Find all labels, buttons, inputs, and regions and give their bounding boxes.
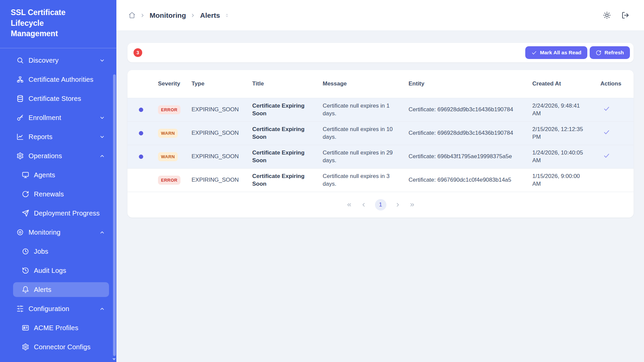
severity-badge: WARN [158, 152, 178, 161]
chart-icon [16, 133, 24, 140]
actions-cell [595, 125, 634, 141]
sidebar-item-deployment-progress[interactable]: Deployment Progress [13, 206, 109, 221]
sidebar-scroll-down-arrow[interactable] [112, 358, 116, 360]
severity-badge: ERROR [158, 105, 180, 114]
table-row[interactable]: ERROR EXPIRING_SOON Certificate Expiring… [127, 169, 634, 192]
sidebar-item-certificate-authorities[interactable]: Certificate Authorities [13, 72, 109, 87]
breadcrumb-separator-icon [190, 13, 196, 18]
sidebar-item-email-settings[interactable]: Email Settings [13, 359, 109, 362]
mark-read-check-icon[interactable] [603, 105, 610, 112]
header-title: Title [247, 77, 317, 91]
refresh-button[interactable]: Refresh [590, 46, 630, 59]
sidebar-item-agents[interactable]: Agents [13, 168, 109, 182]
unread-cell [127, 104, 153, 115]
message-cell: Certificate null expires in 1 days. [317, 99, 403, 121]
breadcrumb-alerts[interactable]: Alerts [200, 11, 220, 19]
title-cell: Certificate Expiring Soon [247, 122, 317, 144]
mark-all-read-button[interactable]: Mark All as Read [525, 46, 587, 59]
type-cell: EXPIRING_SOON [186, 103, 247, 117]
sidebar-item-enrollment[interactable]: Enrollment [13, 110, 109, 125]
sidebar-item-discovery[interactable]: Discovery [13, 53, 109, 68]
page-select-icon[interactable] [225, 12, 229, 19]
sidebar-item-label: Deployment Progress [34, 209, 100, 217]
idcard-icon [22, 324, 29, 331]
header-created-at: Created At [527, 77, 595, 91]
sidebar-item-alerts[interactable]: Alerts [13, 282, 109, 297]
severity-cell: ERROR [153, 102, 186, 118]
table-row[interactable]: WARN EXPIRING_SOON Certificate Expiring … [127, 122, 634, 145]
scan-icon [16, 229, 24, 236]
pagination-last-icon[interactable] [409, 202, 415, 208]
entity-cell: Certificate: 6967690dc1c0f4e9083b14a5 [403, 173, 527, 187]
sun-icon[interactable] [603, 11, 611, 19]
sidebar-item-connector-configs[interactable]: Connector Configs [13, 340, 109, 354]
home-icon[interactable] [128, 12, 136, 19]
sidebar-item-audit-logs[interactable]: Audit Logs [13, 263, 109, 278]
pagination-first-icon[interactable] [346, 202, 352, 208]
alerts-table: Severity Type Title Message Entity Creat… [127, 70, 634, 218]
breadcrumb-monitoring[interactable]: Monitoring [150, 11, 186, 19]
header-message: Message [317, 77, 403, 91]
severity-badge: WARN [158, 129, 178, 138]
sidebar-scrollbar-thumb[interactable] [113, 74, 116, 356]
created-at-cell: 1/15/2026, 9:00:00 AM [527, 169, 595, 191]
sidebar-item-label: Enrollment [29, 114, 61, 122]
header-type: Type [186, 77, 247, 91]
severity-cell: WARN [153, 149, 186, 165]
sliders-icon [16, 305, 24, 312]
refresh-label: Refresh [604, 50, 624, 56]
sidebar-item-configuration[interactable]: Configuration [13, 301, 109, 316]
table-header-row: Severity Type Title Message Entity Creat… [127, 70, 634, 98]
chevron-up-icon [99, 230, 105, 235]
table-row[interactable]: WARN EXPIRING_SOON Certificate Expiring … [127, 145, 634, 169]
entity-cell: Certificate: 696928dd9b3c16436b190784 [403, 103, 527, 117]
sidebar-item-renewals[interactable]: Renewals [13, 187, 109, 201]
bell-icon [22, 286, 29, 293]
sidebar-item-reports[interactable]: Reports [13, 129, 109, 144]
gear-icon [22, 343, 29, 351]
logout-icon[interactable] [622, 11, 629, 19]
send-icon [22, 209, 29, 217]
chevron-up-icon [99, 306, 105, 312]
created-at-cell: 1/24/2026, 10:40:05 AM [527, 146, 595, 168]
topbar: Monitoring Alerts [116, 0, 644, 31]
chevron-down-icon [99, 115, 105, 121]
entity-cell: Certificate: 696b43f1795ae19998375a5e [403, 149, 527, 164]
toolbar-buttons: Mark All as Read Refresh [525, 46, 630, 59]
sidebar: SSL Certificate Lifecycle Management Dis… [0, 0, 116, 362]
sidebar-item-label: Operations [29, 152, 62, 160]
mark-read-check-icon[interactable] [603, 129, 610, 136]
sidebar-item-jobs[interactable]: Jobs [13, 244, 109, 259]
main-area: Monitoring Alerts 3 Mark All as Read [116, 0, 644, 362]
sidebar-item-label: Configuration [29, 305, 69, 313]
title-cell: Certificate Expiring Soon [247, 146, 317, 168]
pagination-current-page[interactable]: 1 [375, 199, 386, 210]
sitemap-icon [16, 76, 24, 83]
sidebar-item-label: Reports [29, 133, 52, 141]
title-cell: Certificate Expiring Soon [247, 99, 317, 121]
sidebar-item-label: Connector Configs [34, 343, 91, 351]
sidebar-item-label: Alerts [34, 286, 51, 294]
sidebar-item-acme-profiles[interactable]: ACME Profiles [13, 320, 109, 335]
unread-count-badge: 3 [133, 48, 142, 57]
unread-dot [139, 155, 143, 159]
sidebar-item-label: Audit Logs [34, 267, 66, 275]
actions-cell [595, 102, 634, 118]
pagination-next-icon[interactable] [395, 202, 401, 208]
alerts-toolbar: 3 Mark All as Read Refresh [127, 43, 634, 62]
database-icon [16, 95, 24, 102]
app-window: SSL Certificate Lifecycle Management Dis… [0, 0, 644, 362]
message-cell: Certificate null expires in 10 days. [317, 122, 403, 144]
sidebar-item-certificate-stores[interactable]: Certificate Stores [13, 91, 109, 106]
title-cell: Certificate Expiring Soon [247, 169, 317, 191]
pagination-prev-icon[interactable] [361, 202, 367, 208]
severity-badge: ERROR [158, 176, 180, 185]
unread-cell [127, 177, 153, 184]
sidebar-item-operations[interactable]: Operations [13, 148, 109, 163]
mark-read-check-icon[interactable] [603, 152, 610, 159]
severity-cell: ERROR [153, 172, 186, 188]
table-row[interactable]: ERROR EXPIRING_SOON Certificate Expiring… [127, 98, 634, 122]
sidebar-item-label: Agents [34, 171, 55, 179]
severity-cell: WARN [153, 125, 186, 141]
sidebar-item-monitoring[interactable]: Monitoring [13, 225, 109, 240]
